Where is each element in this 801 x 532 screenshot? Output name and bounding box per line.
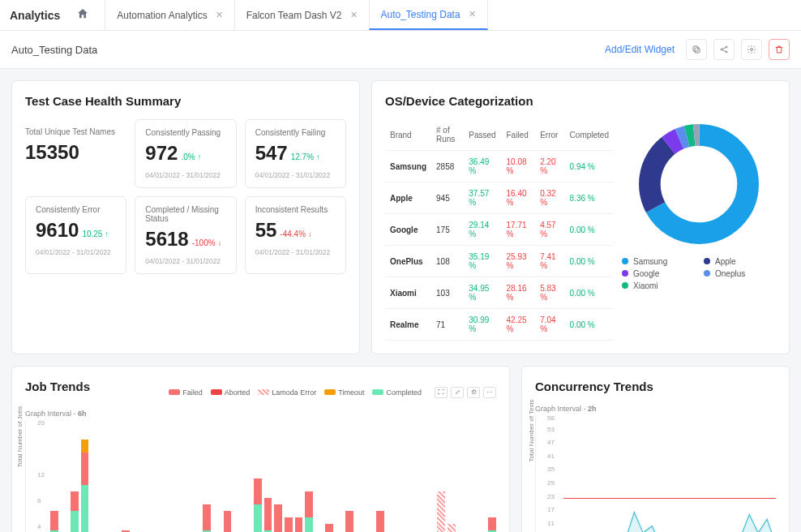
svg-point-5 xyxy=(751,49,753,51)
chart-tool-icon[interactable]: ⚙ xyxy=(467,387,480,398)
chart-tool-icon[interactable]: ⛶ xyxy=(435,387,448,398)
add-edit-widget-button[interactable]: Add/Edit Widget xyxy=(605,44,675,55)
test-case-health-card: Test Case Health Summary Total Unique Te… xyxy=(11,80,360,354)
chart-tool-icon[interactable]: ⤢ xyxy=(451,387,464,398)
svg-point-3 xyxy=(726,46,727,48)
app-title: Analytics xyxy=(10,9,60,22)
chart-tool-icon[interactable]: ⋯ xyxy=(483,387,496,398)
job-trends-chart: Total Number of Jobs 201284 xyxy=(25,419,496,532)
card-title: Concurrency Trends xyxy=(535,380,776,393)
job-trends-card: Job Trends FailedAbortedLamoda ErrorTime… xyxy=(11,366,510,532)
svg-rect-1 xyxy=(693,46,698,51)
table-row: Apple94537.57 %16.40 %0.32 %8.36 % xyxy=(385,182,614,214)
headerbar: Auto_Testing Data Add/Edit Widget xyxy=(0,31,801,69)
tabs: Automation Analytics✕Falcon Team Dash V2… xyxy=(105,0,487,30)
stat-missing: Completed / Missing Status 5618-100% ↓ 0… xyxy=(135,196,236,274)
copy-icon[interactable] xyxy=(686,39,707,60)
close-icon[interactable]: ✕ xyxy=(350,10,358,20)
stat-failing: Consistently Failing 54712.7% ↑ 04/01/20… xyxy=(245,119,346,188)
os-device-table: Brand# of RunsPassedFailedErrorCompleted… xyxy=(385,119,614,341)
table-row: Google17529.14 %17.71 %4.57 %0.00 % xyxy=(385,214,614,246)
card-title: Test Case Health Summary xyxy=(25,94,346,108)
stat-total: Total Unique Test Names 15350 xyxy=(25,119,126,188)
home-icon[interactable] xyxy=(76,7,89,23)
table-row: OnePlus10835.19 %25.93 %7.41 %0.00 % xyxy=(385,246,614,277)
settings-icon[interactable] xyxy=(741,39,762,60)
svg-rect-0 xyxy=(695,48,700,53)
tab-automation-analytics[interactable]: Automation Analytics✕ xyxy=(105,0,234,30)
concurrency-card: Concurrency Trends Graph Interval - 2h T… xyxy=(521,366,790,532)
svg-point-2 xyxy=(721,49,722,50)
card-title: Job Trends xyxy=(25,380,90,393)
os-device-card: OS/Device Categorization Brand# of RunsP… xyxy=(371,80,790,354)
topbar: Analytics Automation Analytics✕Falcon Te… xyxy=(0,0,801,31)
svg-point-11 xyxy=(649,135,747,233)
trash-icon[interactable] xyxy=(769,39,790,60)
page-title: Auto_Testing Data xyxy=(11,44,97,56)
table-row: Realme7130.99 %42.25 %7.04 %0.00 % xyxy=(385,309,614,341)
svg-point-4 xyxy=(726,51,727,53)
close-icon[interactable]: ✕ xyxy=(469,9,476,19)
close-icon[interactable]: ✕ xyxy=(216,10,223,20)
stat-error: Consistently Error 961010.25 ↑ 04/01/202… xyxy=(25,196,126,274)
tab-falcon-team-dash-v2[interactable]: Falcon Team Dash V2✕ xyxy=(234,0,370,30)
stat-passing: Consistently Passing 972.0% ↑ 04/01/2022… xyxy=(135,119,236,188)
os-device-donut-chart xyxy=(634,119,764,249)
job-trends-legend: FailedAbortedLamoda ErrorTimeoutComplete… xyxy=(169,387,496,398)
table-row: Xiaomi10334.95 %28.16 %5.83 %0.00 % xyxy=(385,277,614,309)
donut-legend: SamsungAppleGoogleOneplusXiaomi xyxy=(622,257,776,290)
concurrency-chart: Total Number of Tests 585347413529231711… xyxy=(535,414,776,532)
tab-auto-testing-data[interactable]: Auto_Testing Data✕ xyxy=(369,0,488,30)
share-icon[interactable] xyxy=(713,39,735,60)
table-row: Samsung285836.49 %10.08 %2.20 %0.94 % xyxy=(385,151,614,182)
stat-inconsistent: Inconsistent Results 55-44.4% ↓ 04/01/20… xyxy=(245,196,346,274)
card-title: OS/Device Categorization xyxy=(385,94,776,108)
